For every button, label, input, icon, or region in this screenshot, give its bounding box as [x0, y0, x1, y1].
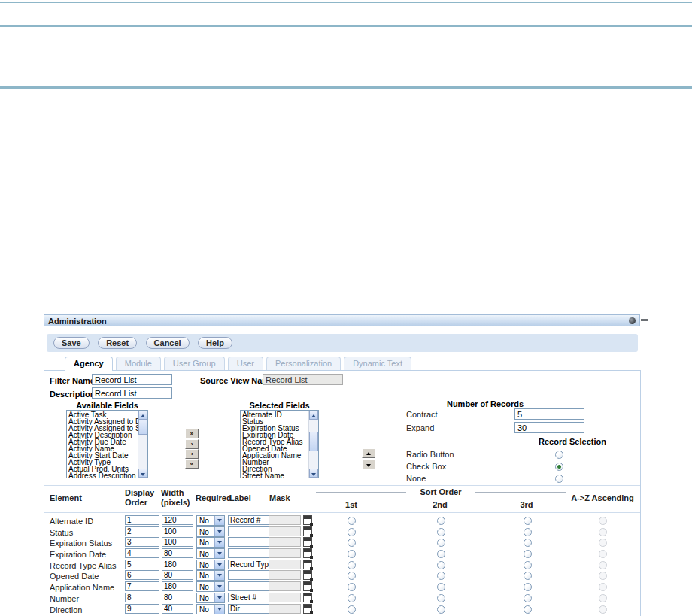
chevron-down-icon[interactable]: [214, 593, 224, 602]
sort-2nd-radio[interactable]: [437, 539, 445, 547]
selected-fields-listbox[interactable]: Alternate ID Status Expiration Status Ex…: [240, 410, 319, 478]
sort-1st-radio[interactable]: [348, 572, 356, 580]
move-all-left-button[interactable]: «: [185, 459, 199, 469]
sort-1st-radio[interactable]: [348, 583, 356, 591]
display-order-input[interactable]: [125, 526, 159, 536]
tab-module[interactable]: Module: [116, 357, 161, 370]
chevron-down-icon[interactable]: [214, 527, 224, 536]
list-item[interactable]: Address Description: [68, 472, 138, 478]
contract-input[interactable]: [514, 408, 584, 420]
list-item[interactable]: Activity Type: [68, 459, 138, 466]
scroll-down-icon[interactable]: [309, 469, 318, 478]
mask-picker-icon[interactable]: [303, 604, 312, 614]
sort-3rd-radio[interactable]: [524, 572, 532, 580]
move-right-button[interactable]: ›: [185, 439, 199, 449]
mask-picker-icon[interactable]: [303, 526, 312, 536]
sort-3rd-radio[interactable]: [524, 605, 532, 614]
filter-name-input[interactable]: [92, 374, 172, 385]
sort-2nd-radio[interactable]: [437, 594, 445, 602]
help-button[interactable]: Help: [198, 337, 232, 349]
tab-dynamic-text[interactable]: Dynamic Text: [344, 357, 411, 370]
expand-input[interactable]: [514, 422, 584, 433]
tab-personalization[interactable]: Personalization: [266, 357, 341, 370]
tab-user-group[interactable]: User Group: [164, 357, 225, 370]
sort-3rd-radio[interactable]: [524, 517, 532, 525]
sort-2nd-radio[interactable]: [437, 550, 445, 558]
tab-user[interactable]: User: [228, 357, 263, 370]
mask-picker-icon[interactable]: [303, 593, 312, 602]
display-order-input[interactable]: [125, 581, 159, 591]
move-up-button[interactable]: [362, 448, 375, 458]
display-order-input[interactable]: [125, 570, 159, 580]
list-item[interactable]: Expiration Date: [242, 432, 308, 438]
mask-picker-icon[interactable]: [303, 537, 312, 547]
width-input[interactable]: [162, 548, 193, 558]
width-input[interactable]: [162, 515, 193, 525]
list-item[interactable]: Activity Name: [68, 445, 138, 452]
sort-3rd-radio[interactable]: [524, 594, 532, 602]
list-item[interactable]: Actual Prod. Units: [68, 466, 138, 472]
available-fields-listbox[interactable]: Active Task Activity Assigned to Depa Ac…: [66, 410, 148, 478]
list-item[interactable]: Status: [242, 418, 308, 425]
width-input[interactable]: [162, 581, 193, 591]
display-order-input[interactable]: [125, 537, 159, 547]
list-item[interactable]: Number: [242, 459, 308, 466]
required-select[interactable]: No: [196, 581, 225, 592]
sort-1st-radio[interactable]: [348, 561, 356, 569]
required-select[interactable]: No: [196, 560, 225, 570]
none-option-radio[interactable]: [555, 475, 563, 483]
required-select[interactable]: No: [196, 515, 225, 526]
mask-picker-icon[interactable]: [303, 515, 312, 525]
reset-button[interactable]: Reset: [98, 337, 137, 349]
list-item[interactable]: Street Name: [242, 472, 308, 478]
move-all-right-button[interactable]: »: [185, 429, 199, 438]
sort-2nd-radio[interactable]: [437, 561, 445, 569]
chevron-down-icon[interactable]: [214, 516, 224, 525]
minimize-icon[interactable]: [641, 319, 648, 321]
list-item[interactable]: Activity Start Date: [68, 452, 138, 459]
list-item[interactable]: Activity Assigned to Staff: [68, 425, 138, 432]
list-item[interactable]: Alternate ID: [242, 411, 308, 418]
mask-picker-icon[interactable]: [303, 548, 312, 558]
sort-3rd-radio[interactable]: [524, 539, 532, 547]
sort-3rd-radio[interactable]: [524, 583, 532, 591]
sort-1st-radio[interactable]: [348, 528, 356, 536]
sort-3rd-radio[interactable]: [524, 528, 532, 536]
list-item[interactable]: Direction: [242, 466, 308, 472]
sort-2nd-radio[interactable]: [437, 583, 445, 591]
scroll-up-icon[interactable]: [309, 411, 318, 420]
width-input[interactable]: [162, 560, 193, 569]
width-input[interactable]: [162, 526, 193, 536]
sort-1st-radio[interactable]: [348, 517, 356, 525]
description-input[interactable]: [92, 387, 172, 399]
sort-3rd-radio[interactable]: [524, 550, 532, 558]
list-item[interactable]: Expiration Status: [242, 425, 308, 432]
radio-button-option-radio[interactable]: [555, 451, 563, 459]
move-left-button[interactable]: ‹: [185, 449, 199, 459]
chevron-down-icon[interactable]: [214, 605, 224, 614]
tab-agency[interactable]: Agency: [65, 357, 113, 371]
chevron-down-icon[interactable]: [214, 571, 224, 580]
mask-picker-icon[interactable]: [303, 560, 312, 569]
chevron-down-icon[interactable]: [214, 549, 224, 558]
width-input[interactable]: [162, 604, 193, 614]
required-select[interactable]: No: [196, 593, 225, 603]
sort-1st-radio[interactable]: [348, 594, 356, 602]
required-select[interactable]: No: [196, 526, 225, 537]
sort-2nd-radio[interactable]: [437, 517, 445, 525]
list-item[interactable]: Application Name: [242, 452, 308, 459]
scrollbar-thumb[interactable]: [138, 420, 147, 435]
sort-1st-radio[interactable]: [348, 550, 356, 558]
list-item[interactable]: Opened Date: [242, 445, 308, 452]
sort-3rd-radio[interactable]: [524, 561, 532, 569]
sort-1st-radio[interactable]: [348, 539, 356, 547]
window-options-icon[interactable]: [629, 317, 636, 324]
display-order-input[interactable]: [125, 604, 159, 614]
mask-picker-icon[interactable]: [303, 570, 312, 580]
scrollbar[interactable]: [308, 411, 318, 478]
scroll-up-icon[interactable]: [138, 411, 147, 420]
sort-1st-radio[interactable]: [348, 605, 356, 614]
list-item[interactable]: Activity Assigned to Depa: [68, 418, 138, 425]
scrollbar-thumb[interactable]: [309, 432, 318, 451]
move-down-button[interactable]: [362, 460, 375, 469]
